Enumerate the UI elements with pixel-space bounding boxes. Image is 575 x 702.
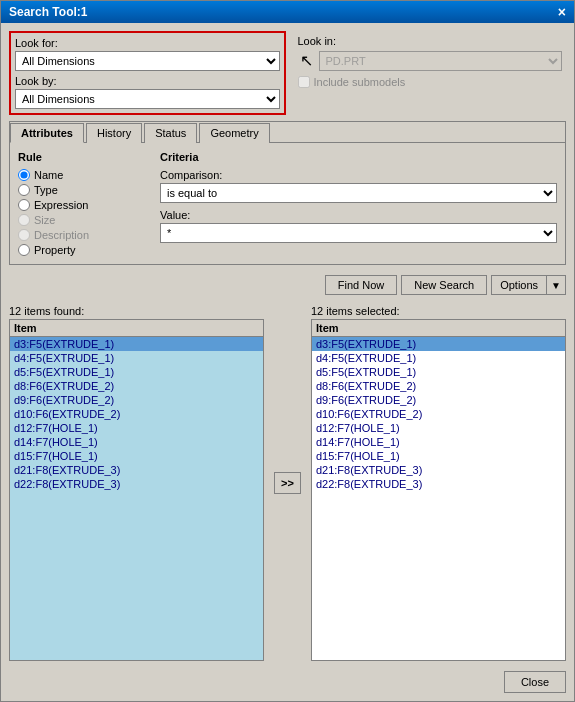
title-bar: Search Tool:1 × — [1, 1, 574, 23]
bottom-close-row: Close — [9, 667, 566, 693]
left-list-items[interactable]: d3:F5(EXTRUDE_1) d4:F5(EXTRUDE_1) d5:F5(… — [10, 337, 263, 660]
look-by-select[interactable]: All Dimensions — [15, 89, 280, 109]
list-item[interactable]: d22:F8(EXTRUDE_3) — [10, 477, 263, 491]
list-item[interactable]: d15:F7(HOLE_1) — [312, 449, 565, 463]
rule-section: Rule Name Type Expression — [18, 151, 148, 256]
include-submodels-label: Include submodels — [314, 76, 406, 88]
look-by-label: Look by: — [15, 75, 280, 87]
right-list-panel: 12 items selected: Item d3:F5(EXTRUDE_1)… — [311, 305, 566, 661]
radio-property[interactable]: Property — [18, 244, 148, 256]
include-submodels-checkbox[interactable] — [298, 76, 310, 88]
look-for-select[interactable]: All Dimensions — [15, 51, 280, 71]
new-search-button[interactable]: New Search — [401, 275, 487, 295]
right-list-column-header: Item — [316, 322, 339, 334]
criteria-section: Criteria Comparison: is equal to is not … — [160, 151, 557, 256]
tabs-header: Attributes History Status Geometry — [10, 122, 565, 143]
list-item[interactable]: d15:F7(HOLE_1) — [10, 449, 263, 463]
tab-content-attributes: Rule Name Type Expression — [10, 143, 565, 264]
list-item[interactable]: d10:F6(EXTRUDE_2) — [312, 407, 565, 421]
look-in-label: Look in: — [298, 35, 563, 47]
look-for-box: Look for: All Dimensions Look by: All Di… — [9, 31, 286, 115]
list-item[interactable]: d12:F7(HOLE_1) — [312, 421, 565, 435]
cursor-icon: ↖ — [298, 49, 315, 72]
list-item[interactable]: d9:F6(EXTRUDE_2) — [10, 393, 263, 407]
tab-history[interactable]: History — [86, 123, 142, 143]
list-item[interactable]: d4:F5(EXTRUDE_1) — [10, 351, 263, 365]
list-item[interactable]: d22:F8(EXTRUDE_3) — [312, 477, 565, 491]
rule-radio-group: Name Type Expression Size — [18, 169, 148, 256]
tab-status[interactable]: Status — [144, 123, 197, 143]
list-item[interactable]: d3:F5(EXTRUDE_1) — [312, 337, 565, 351]
left-list-header: Item — [10, 320, 263, 337]
close-bottom-button[interactable]: Close — [504, 671, 566, 693]
look-in-select: PD.PRT — [319, 51, 563, 71]
list-item[interactable]: d10:F6(EXTRUDE_2) — [10, 407, 263, 421]
list-item[interactable]: d14:F7(HOLE_1) — [10, 435, 263, 449]
value-select[interactable]: * — [160, 223, 557, 243]
right-list-items[interactable]: d3:F5(EXTRUDE_1) d4:F5(EXTRUDE_1) d5:F5(… — [312, 337, 565, 660]
left-list-panel: 12 items found: Item d3:F5(EXTRUDE_1) d4… — [9, 305, 264, 661]
main-content: Look for: All Dimensions Look by: All Di… — [1, 23, 574, 701]
look-in-select-wrap: PD.PRT — [319, 51, 563, 71]
comparison-label: Comparison: — [160, 169, 557, 181]
radio-size: Size — [18, 214, 148, 226]
search-tool-window: Search Tool:1 × Look for: All Dimensions… — [0, 0, 575, 702]
left-list-box: Item d3:F5(EXTRUDE_1) d4:F5(EXTRUDE_1) d… — [9, 319, 264, 661]
list-item[interactable]: d21:F8(EXTRUDE_3) — [312, 463, 565, 477]
lists-section: 12 items found: Item d3:F5(EXTRUDE_1) d4… — [9, 305, 566, 661]
tabs-section: Attributes History Status Geometry Rule … — [9, 121, 566, 265]
radio-type[interactable]: Type — [18, 184, 148, 196]
list-item[interactable]: d4:F5(EXTRUDE_1) — [312, 351, 565, 365]
value-label: Value: — [160, 209, 557, 221]
look-in-inner: ↖ PD.PRT — [298, 49, 563, 72]
tab-attributes[interactable]: Attributes — [10, 123, 84, 143]
radio-name[interactable]: Name — [18, 169, 148, 181]
top-section: Look for: All Dimensions Look by: All Di… — [9, 31, 566, 115]
list-item[interactable]: d3:F5(EXTRUDE_1) — [10, 337, 263, 351]
right-list-box: Item d3:F5(EXTRUDE_1) d4:F5(EXTRUDE_1) d… — [311, 319, 566, 661]
transfer-button[interactable]: >> — [274, 472, 301, 494]
criteria-title: Criteria — [160, 151, 557, 163]
list-item[interactable]: d8:F6(EXTRUDE_2) — [10, 379, 263, 393]
list-item[interactable]: d8:F6(EXTRUDE_2) — [312, 379, 565, 393]
left-list-title: 12 items found: — [9, 305, 264, 317]
buttons-row: Find Now New Search Options ▼ — [9, 271, 566, 299]
list-item[interactable]: d5:F5(EXTRUDE_1) — [10, 365, 263, 379]
options-arrow-icon[interactable]: ▼ — [547, 277, 565, 294]
list-item[interactable]: d5:F5(EXTRUDE_1) — [312, 365, 565, 379]
right-list-title: 12 items selected: — [311, 305, 566, 317]
tab-geometry[interactable]: Geometry — [199, 123, 269, 143]
rule-title: Rule — [18, 151, 148, 163]
options-label: Options — [492, 276, 547, 294]
right-list-header: Item — [312, 320, 565, 337]
look-in-box: Look in: ↖ PD.PRT Include submodels — [294, 31, 567, 115]
options-button[interactable]: Options ▼ — [491, 275, 566, 295]
radio-description: Description — [18, 229, 148, 241]
left-list-column-header: Item — [14, 322, 37, 334]
transfer-button-area: >> — [270, 305, 305, 661]
window-title: Search Tool:1 — [9, 5, 87, 19]
comparison-select[interactable]: is equal to is not equal to contains doe… — [160, 183, 557, 203]
find-now-button[interactable]: Find Now — [325, 275, 397, 295]
list-item[interactable]: d12:F7(HOLE_1) — [10, 421, 263, 435]
list-item[interactable]: d9:F6(EXTRUDE_2) — [312, 393, 565, 407]
list-item[interactable]: d14:F7(HOLE_1) — [312, 435, 565, 449]
look-for-label: Look for: — [15, 37, 280, 49]
radio-expression[interactable]: Expression — [18, 199, 148, 211]
list-item[interactable]: d21:F8(EXTRUDE_3) — [10, 463, 263, 477]
include-submodels-row: Include submodels — [298, 76, 563, 88]
close-button[interactable]: × — [558, 5, 566, 19]
